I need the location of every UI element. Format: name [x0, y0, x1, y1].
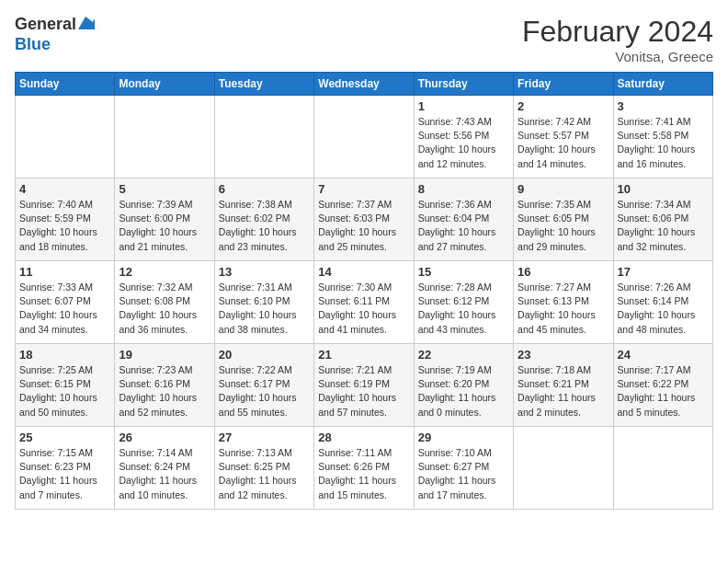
day-number: 23: [518, 348, 609, 362]
calendar-cell: [16, 96, 115, 178]
day-info: Sunrise: 7:38 AM Sunset: 6:02 PM Dayligh…: [219, 198, 310, 254]
day-info: Sunrise: 7:18 AM Sunset: 6:21 PM Dayligh…: [518, 363, 609, 419]
calendar-cell: 9Sunrise: 7:35 AM Sunset: 6:05 PM Daylig…: [514, 178, 613, 261]
calendar-cell: 18Sunrise: 7:25 AM Sunset: 6:15 PM Dayli…: [16, 344, 115, 427]
day-info: Sunrise: 7:39 AM Sunset: 6:00 PM Dayligh…: [119, 198, 210, 254]
day-number: 3: [618, 99, 709, 113]
calendar-cell: 19Sunrise: 7:23 AM Sunset: 6:16 PM Dayli…: [115, 344, 214, 427]
calendar-cell: 7Sunrise: 7:37 AM Sunset: 6:03 PM Daylig…: [314, 178, 414, 261]
day-info: Sunrise: 7:19 AM Sunset: 6:20 PM Dayligh…: [418, 363, 509, 419]
calendar-cell: 6Sunrise: 7:38 AM Sunset: 6:02 PM Daylig…: [214, 178, 313, 261]
calendar-cell: 16Sunrise: 7:27 AM Sunset: 6:13 PM Dayli…: [514, 261, 613, 344]
day-info: Sunrise: 7:10 AM Sunset: 6:27 PM Dayligh…: [418, 446, 509, 502]
day-info: Sunrise: 7:26 AM Sunset: 6:14 PM Dayligh…: [618, 281, 709, 337]
day-number: 7: [318, 182, 409, 196]
calendar-weekday-header: Thursday: [414, 73, 513, 96]
calendar-weekday-header: Saturday: [613, 73, 712, 96]
logo-general-text: General: [15, 15, 76, 35]
calendar-cell: 4Sunrise: 7:40 AM Sunset: 5:59 PM Daylig…: [16, 178, 115, 261]
calendar-cell: [115, 96, 214, 178]
day-info: Sunrise: 7:21 AM Sunset: 6:19 PM Dayligh…: [318, 363, 409, 419]
calendar-cell: 15Sunrise: 7:28 AM Sunset: 6:12 PM Dayli…: [414, 261, 513, 344]
calendar-cell: [214, 96, 313, 178]
day-info: Sunrise: 7:23 AM Sunset: 6:16 PM Dayligh…: [119, 363, 210, 419]
day-number: 2: [518, 99, 609, 113]
calendar-cell: [514, 427, 613, 510]
calendar-cell: 21Sunrise: 7:21 AM Sunset: 6:19 PM Dayli…: [314, 344, 414, 427]
day-number: 11: [19, 265, 110, 279]
calendar-cell: 10Sunrise: 7:34 AM Sunset: 6:06 PM Dayli…: [613, 178, 712, 261]
calendar-cell: 14Sunrise: 7:30 AM Sunset: 6:11 PM Dayli…: [314, 261, 414, 344]
calendar-header: SundayMondayTuesdayWednesdayThursdayFrid…: [16, 73, 713, 96]
day-number: 14: [318, 265, 409, 279]
day-number: 4: [19, 182, 110, 196]
day-number: 21: [318, 348, 409, 362]
day-info: Sunrise: 7:37 AM Sunset: 6:03 PM Dayligh…: [318, 198, 409, 254]
logo-bird-icon: [78, 17, 95, 29]
title-area: February 2024 Vonitsa, Greece: [522, 15, 713, 64]
day-info: Sunrise: 7:15 AM Sunset: 6:23 PM Dayligh…: [19, 446, 110, 502]
day-number: 8: [418, 182, 509, 196]
calendar-table: SundayMondayTuesdayWednesdayThursdayFrid…: [15, 72, 713, 510]
day-number: 24: [618, 348, 709, 362]
calendar-week-row: 18Sunrise: 7:25 AM Sunset: 6:15 PM Dayli…: [16, 344, 713, 427]
day-info: Sunrise: 7:43 AM Sunset: 5:56 PM Dayligh…: [418, 115, 509, 171]
day-info: Sunrise: 7:32 AM Sunset: 6:08 PM Dayligh…: [119, 281, 210, 337]
day-number: 15: [418, 265, 509, 279]
day-info: Sunrise: 7:22 AM Sunset: 6:17 PM Dayligh…: [219, 363, 310, 419]
day-info: Sunrise: 7:17 AM Sunset: 6:22 PM Dayligh…: [618, 363, 709, 419]
calendar-week-row: 4Sunrise: 7:40 AM Sunset: 5:59 PM Daylig…: [16, 178, 713, 261]
calendar-cell: 2Sunrise: 7:42 AM Sunset: 5:57 PM Daylig…: [514, 96, 613, 178]
day-number: 13: [219, 265, 310, 279]
calendar-cell: 11Sunrise: 7:33 AM Sunset: 6:07 PM Dayli…: [16, 261, 115, 344]
calendar-body: 1Sunrise: 7:43 AM Sunset: 5:56 PM Daylig…: [16, 96, 713, 510]
day-info: Sunrise: 7:14 AM Sunset: 6:24 PM Dayligh…: [119, 446, 210, 502]
day-info: Sunrise: 7:42 AM Sunset: 5:57 PM Dayligh…: [518, 115, 609, 171]
day-info: Sunrise: 7:11 AM Sunset: 6:26 PM Dayligh…: [318, 446, 409, 502]
calendar-cell: 3Sunrise: 7:41 AM Sunset: 5:58 PM Daylig…: [613, 96, 712, 178]
logo: General Blue: [15, 15, 95, 54]
calendar-weekday-header: Wednesday: [314, 73, 414, 96]
page-header: General Blue February 2024 Vonitsa, Gree…: [15, 15, 713, 64]
day-number: 5: [119, 182, 210, 196]
day-number: 9: [518, 182, 609, 196]
calendar-week-row: 1Sunrise: 7:43 AM Sunset: 5:56 PM Daylig…: [16, 96, 713, 178]
day-number: 27: [219, 431, 310, 444]
logo-blue-text: Blue: [15, 35, 95, 55]
calendar-cell: 29Sunrise: 7:10 AM Sunset: 6:27 PM Dayli…: [414, 427, 513, 510]
calendar-header-row: SundayMondayTuesdayWednesdayThursdayFrid…: [16, 73, 713, 96]
day-number: 20: [219, 348, 310, 362]
day-info: Sunrise: 7:25 AM Sunset: 6:15 PM Dayligh…: [19, 363, 110, 419]
calendar-cell: 20Sunrise: 7:22 AM Sunset: 6:17 PM Dayli…: [214, 344, 313, 427]
calendar-week-row: 25Sunrise: 7:15 AM Sunset: 6:23 PM Dayli…: [16, 427, 713, 510]
calendar-cell: 23Sunrise: 7:18 AM Sunset: 6:21 PM Dayli…: [514, 344, 613, 427]
day-info: Sunrise: 7:13 AM Sunset: 6:25 PM Dayligh…: [219, 446, 310, 502]
day-number: 10: [618, 182, 709, 196]
day-info: Sunrise: 7:33 AM Sunset: 6:07 PM Dayligh…: [19, 281, 110, 337]
day-info: Sunrise: 7:41 AM Sunset: 5:58 PM Dayligh…: [618, 115, 709, 171]
calendar-cell: 5Sunrise: 7:39 AM Sunset: 6:00 PM Daylig…: [115, 178, 214, 261]
day-number: 12: [119, 265, 210, 279]
calendar-weekday-header: Tuesday: [214, 73, 313, 96]
calendar-weekday-header: Monday: [115, 73, 214, 96]
day-info: Sunrise: 7:40 AM Sunset: 5:59 PM Dayligh…: [19, 198, 110, 254]
day-number: 16: [518, 265, 609, 279]
location-subtitle: Vonitsa, Greece: [522, 49, 713, 64]
day-number: 1: [418, 99, 509, 113]
day-info: Sunrise: 7:35 AM Sunset: 6:05 PM Dayligh…: [518, 198, 609, 254]
calendar-cell: 28Sunrise: 7:11 AM Sunset: 6:26 PM Dayli…: [314, 427, 414, 510]
day-info: Sunrise: 7:27 AM Sunset: 6:13 PM Dayligh…: [518, 281, 609, 337]
calendar-cell: [613, 427, 712, 510]
day-info: Sunrise: 7:34 AM Sunset: 6:06 PM Dayligh…: [618, 198, 709, 254]
calendar-cell: 1Sunrise: 7:43 AM Sunset: 5:56 PM Daylig…: [414, 96, 513, 178]
day-number: 29: [418, 431, 509, 444]
month-title: February 2024: [522, 15, 713, 49]
calendar-cell: 24Sunrise: 7:17 AM Sunset: 6:22 PM Dayli…: [613, 344, 712, 427]
calendar-cell: 8Sunrise: 7:36 AM Sunset: 6:04 PM Daylig…: [414, 178, 513, 261]
calendar-weekday-header: Friday: [514, 73, 613, 96]
calendar-cell: 27Sunrise: 7:13 AM Sunset: 6:25 PM Dayli…: [214, 427, 313, 510]
calendar-cell: 17Sunrise: 7:26 AM Sunset: 6:14 PM Dayli…: [613, 261, 712, 344]
day-info: Sunrise: 7:36 AM Sunset: 6:04 PM Dayligh…: [418, 198, 509, 254]
day-number: 19: [119, 348, 210, 362]
day-number: 18: [19, 348, 110, 362]
